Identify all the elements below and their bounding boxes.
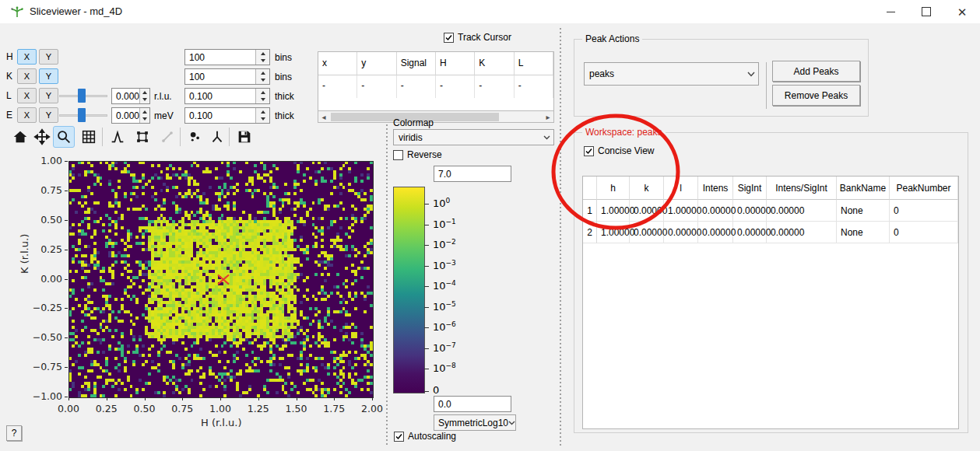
track-cursor-checkbox[interactable]: Track Cursor bbox=[444, 32, 511, 43]
spinbox-value[interactable]: 0.100 bbox=[185, 89, 255, 103]
y-tick-mark bbox=[65, 279, 68, 280]
scroll-right-icon[interactable]: ▸ bbox=[543, 112, 553, 122]
peaks-col-header-intens-sigint[interactable]: Intens/SigInt bbox=[767, 177, 837, 200]
peaks-col-header-peaknumber[interactable]: PeakNumber bbox=[890, 177, 958, 200]
peaks-col-header-k[interactable]: k bbox=[630, 177, 664, 200]
spinbox-value[interactable]: 0.100 bbox=[185, 108, 255, 123]
workspace-peaks-title: Workspace: peaks bbox=[582, 127, 666, 138]
spinbox-value[interactable]: 0.000 bbox=[112, 89, 139, 103]
cursor-col-header: H bbox=[436, 52, 475, 75]
help-button[interactable]: ? bbox=[6, 425, 22, 441]
remove-peaks-button[interactable]: Remove Peaks bbox=[772, 85, 860, 106]
scroll-left-icon[interactable]: ◂ bbox=[318, 112, 329, 122]
thickness-spinbox-l[interactable]: 0.100 bbox=[184, 88, 270, 104]
peaks-col-header-h[interactable]: h bbox=[597, 177, 630, 200]
peaks-workspace-select[interactable]: peaks bbox=[584, 62, 759, 86]
save-icon[interactable] bbox=[234, 126, 255, 148]
nonorthogonal-axes-icon[interactable] bbox=[206, 126, 228, 148]
spin-up-icon[interactable] bbox=[256, 89, 269, 96]
peaks-cell[interactable]: 0.00000 bbox=[767, 222, 837, 243]
peaks-cell[interactable]: 0.00000 bbox=[698, 222, 733, 243]
x-tick-mark bbox=[258, 397, 259, 400]
pan-icon[interactable] bbox=[31, 126, 53, 148]
spin-up-icon[interactable] bbox=[140, 108, 149, 116]
y-axis-button-e[interactable]: Y bbox=[39, 107, 58, 123]
region-of-interest-icon[interactable] bbox=[132, 126, 153, 148]
bins-spinbox-k[interactable]: 100 bbox=[184, 68, 270, 85]
autoscaling-checkbox[interactable]: Autoscaling bbox=[394, 431, 456, 442]
cursor-table-scrollbar[interactable]: ◂ ▸ bbox=[318, 111, 554, 123]
spin-up-icon[interactable] bbox=[256, 69, 269, 77]
peaks-col-header-sigint[interactable]: SigInt bbox=[733, 177, 767, 200]
x-axis-button-k[interactable]: X bbox=[17, 68, 37, 84]
y-axis-button-h[interactable]: Y bbox=[39, 49, 58, 65]
grid-icon[interactable] bbox=[78, 126, 100, 148]
spin-up-icon[interactable] bbox=[140, 89, 149, 96]
peaks-cell[interactable]: 0.00000 bbox=[733, 200, 767, 222]
thickness-spinbox-e[interactable]: 0.100 bbox=[184, 107, 270, 124]
peaks-cell[interactable]: 1.00000 bbox=[597, 222, 630, 243]
line-plots-icon[interactable] bbox=[107, 126, 128, 148]
checkbox-checked-icon bbox=[444, 33, 454, 43]
peaks-col-header-bankname[interactable]: BankName bbox=[837, 177, 890, 200]
concise-view-checkbox[interactable]: Concise View bbox=[584, 145, 654, 156]
peaks-cell[interactable]: None bbox=[837, 222, 890, 243]
peaks-cell[interactable]: 0 bbox=[890, 222, 958, 243]
slice-slider-e[interactable] bbox=[59, 107, 107, 123]
slice-slider-l[interactable] bbox=[59, 88, 107, 103]
slider-handle[interactable] bbox=[78, 89, 86, 103]
colorbar-max-input[interactable]: 7.0 bbox=[434, 166, 511, 182]
main-splitter[interactable] bbox=[559, 28, 561, 448]
scale-select[interactable]: SymmetricLog10 bbox=[434, 414, 516, 431]
peaks-cell[interactable]: 0.00000 bbox=[630, 222, 664, 243]
spin-down-icon[interactable] bbox=[140, 96, 149, 104]
slice-value-spinbox-e[interactable]: 0.000 bbox=[111, 107, 150, 124]
spin-down-icon[interactable] bbox=[256, 58, 269, 65]
y-axis-button-k[interactable]: Y bbox=[39, 68, 58, 84]
peaks-row-number[interactable]: 2 bbox=[583, 222, 597, 243]
peaks-cell[interactable]: 0.00000 bbox=[733, 222, 767, 243]
peaks-overlay-icon[interactable] bbox=[184, 126, 205, 148]
spin-down-icon[interactable] bbox=[140, 116, 149, 124]
home-icon[interactable] bbox=[9, 126, 31, 148]
zoom-icon[interactable] bbox=[53, 126, 75, 148]
peaks-col-header-l[interactable]: l bbox=[664, 177, 698, 200]
peaks-row-number[interactable]: 1 bbox=[583, 200, 597, 222]
colorbar-tick-mark bbox=[424, 225, 429, 226]
spinbox-value[interactable]: 100 bbox=[185, 50, 255, 65]
x-axis-button-h[interactable]: X bbox=[17, 49, 37, 65]
maximize-button[interactable] bbox=[908, 0, 944, 23]
peaks-cell[interactable]: 0.00000 bbox=[698, 200, 733, 222]
colorbar-tick-label: 10−8 bbox=[433, 362, 456, 374]
bins-spinbox-h[interactable]: 100 bbox=[184, 49, 270, 65]
add-peaks-button[interactable]: Add Peaks bbox=[772, 61, 860, 82]
x-axis-button-e[interactable]: X bbox=[17, 107, 37, 123]
peaks-cell[interactable]: 0.00000 bbox=[767, 200, 837, 222]
peaks-cell[interactable]: 1.00000 bbox=[597, 200, 630, 222]
x-axis-button-l[interactable]: X bbox=[17, 88, 37, 103]
spin-up-icon[interactable] bbox=[256, 50, 269, 58]
spin-down-icon[interactable] bbox=[256, 77, 269, 85]
peaks-cell[interactable]: 1.00000 bbox=[664, 200, 698, 222]
peaks-cell[interactable]: 0.00000 bbox=[630, 200, 664, 222]
peaks-cell[interactable]: None bbox=[837, 200, 890, 222]
close-button[interactable]: ✕ bbox=[944, 0, 980, 23]
spin-down-icon[interactable] bbox=[256, 116, 269, 124]
peaks-cell[interactable]: 0.00000 bbox=[664, 222, 698, 243]
reverse-checkbox[interactable]: Reverse bbox=[393, 149, 442, 160]
line-cut-icon bbox=[156, 126, 178, 148]
colorbar-min-input[interactable]: 0.0 bbox=[434, 396, 511, 412]
spinbox-value[interactable]: 0.000 bbox=[112, 108, 139, 123]
y-axis-button-l[interactable]: Y bbox=[39, 88, 58, 103]
spinbox-value[interactable]: 100 bbox=[185, 69, 255, 84]
spin-down-icon[interactable] bbox=[256, 96, 269, 104]
colorbar-splitter[interactable] bbox=[385, 124, 388, 445]
peaks-cell[interactable]: 0 bbox=[890, 200, 958, 222]
heatmap-plot[interactable] bbox=[68, 161, 374, 398]
colormap-select[interactable]: viridis bbox=[393, 129, 554, 145]
spin-up-icon[interactable] bbox=[256, 108, 269, 116]
minimize-button[interactable] bbox=[873, 0, 908, 23]
peaks-col-header-intens[interactable]: Intens bbox=[698, 177, 733, 200]
slice-value-spinbox-l[interactable]: 0.000 bbox=[111, 88, 150, 104]
slider-handle[interactable] bbox=[78, 108, 86, 122]
